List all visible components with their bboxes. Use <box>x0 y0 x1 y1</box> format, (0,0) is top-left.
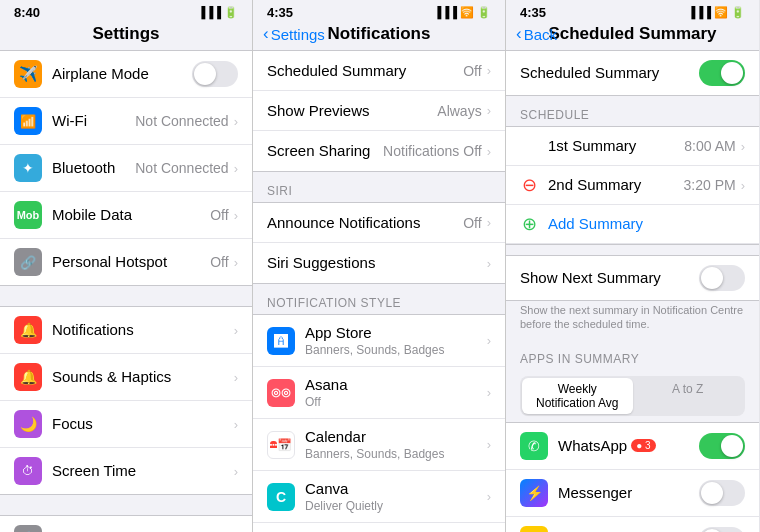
siri-suggestions-item[interactable]: Siri Suggestions › <box>253 243 505 283</box>
focus-icon: 🌙 <box>14 410 42 438</box>
back-chevron-icon: ‹ <box>263 24 269 44</box>
bluetooth-icon: ✦ <box>14 154 42 182</box>
hotspot-item[interactable]: 🔗 Personal Hotspot Off › <box>0 239 252 285</box>
first-summary-row[interactable]: 1st Summary 8:00 AM › <box>506 127 759 166</box>
canva-subtitle: Deliver Quietly <box>305 499 485 513</box>
settings-nav: Settings <box>0 22 252 50</box>
remove-summary-icon[interactable]: ⊖ <box>520 176 538 194</box>
sounds-label: Sounds & Haptics <box>52 368 232 386</box>
airplane-label: Airplane Mode <box>52 65 192 83</box>
time-3: 4:35 <box>520 5 546 20</box>
sounds-chevron: › <box>234 370 238 385</box>
scheduled-summary-toggle-item[interactable]: Scheduled Summary <box>506 51 759 95</box>
notifications-icon: 🔔 <box>14 316 42 344</box>
scheduled-summary-toggle[interactable] <box>699 60 745 86</box>
add-summary-row[interactable]: ⊕ Add Summary <box>506 205 759 244</box>
wifi-item[interactable]: 📶 Wi-Fi Not Connected › <box>0 98 252 145</box>
signal-icon-2: ▐▐▐ <box>434 6 457 18</box>
scheduled-summary-chevron: › <box>487 63 491 78</box>
show-previews-value: Always <box>437 103 481 119</box>
settings-group-1: ✈️ Airplane Mode 📶 Wi-Fi Not Connected ›… <box>0 50 252 286</box>
show-next-item[interactable]: Show Next Summary <box>506 256 759 300</box>
canva-icon: C <box>267 483 295 511</box>
wifi-chevron: › <box>234 114 238 129</box>
settings-group-3: ⚙️ General › ⊞ Control Centre › AA <box>0 515 252 532</box>
hotspot-label: Personal Hotspot <box>52 253 210 271</box>
summary-list[interactable]: Scheduled Summary SCHEDULE 1st Summary 8… <box>506 50 759 532</box>
wifi-status-icon: 🛜 <box>460 6 474 19</box>
hotspot-value: Off <box>210 254 228 270</box>
general-item[interactable]: ⚙️ General › <box>0 516 252 532</box>
add-summary-icon[interactable]: ⊕ <box>520 215 538 233</box>
focus-item[interactable]: 🌙 Focus › <box>0 401 252 448</box>
status-bar-1: 8:40 ▐▐▐ 🔋 <box>0 0 252 22</box>
bluetooth-item[interactable]: ✦ Bluetooth Not Connected › <box>0 145 252 192</box>
siri-header: SIRI <box>253 172 505 202</box>
announce-notif-value: Off <box>463 215 481 231</box>
asana-notif-item[interactable]: ◎◎ Asana Off › <box>253 367 505 419</box>
whatsapp-toggle[interactable] <box>699 433 745 459</box>
first-summary-time: 8:00 AM <box>684 138 735 154</box>
schedule-header: SCHEDULE <box>506 96 759 126</box>
notifications-title: Notifications <box>328 24 431 43</box>
announce-notif-label: Announce Notifications <box>267 214 463 232</box>
screen-time-chevron: › <box>234 464 238 479</box>
wifi-status-icon-3: 🛜 <box>714 6 728 19</box>
whatsapp-item[interactable]: ✆ WhatsApp ● 3 <box>506 423 759 470</box>
tips-icon: 💡 <box>520 526 548 532</box>
summary-back[interactable]: ‹ Back <box>516 24 557 44</box>
calendar-notif-item[interactable]: ▪▪▪ 📅 Calendar Banners, Sounds, Badges › <box>253 419 505 471</box>
announce-notif-chevron: › <box>487 215 491 230</box>
screen-time-icon: ⏱ <box>14 457 42 485</box>
notifications-item[interactable]: 🔔 Notifications › <box>0 307 252 354</box>
second-summary-chevron: › <box>741 178 745 193</box>
mobile-data-icon: Mob <box>14 201 42 229</box>
notifications-nav: ‹ Settings Notifications <box>253 22 505 50</box>
siri-suggestions-chevron: › <box>487 256 491 271</box>
tips-toggle[interactable] <box>699 527 745 532</box>
scheduled-summary-label: Scheduled Summary <box>267 62 463 80</box>
mobile-data-item[interactable]: Mob Mobile Data Off › <box>0 192 252 239</box>
summary-nav: ‹ Back Scheduled Summary <box>506 22 759 50</box>
notifications-label: Notifications <box>52 321 232 339</box>
first-summary-label: 1st Summary <box>548 137 684 155</box>
whatsapp-label: WhatsApp <box>558 437 627 455</box>
hotspot-chevron: › <box>234 255 238 270</box>
discord-notif-item[interactable]: 🎮 Discord Off › <box>253 523 505 532</box>
screen-time-item[interactable]: ⏱ Screen Time › <box>0 448 252 494</box>
messenger-item[interactable]: ⚡ Messenger <box>506 470 759 517</box>
tab-weekly[interactable]: Weekly Notification Avg <box>522 378 633 414</box>
settings-list[interactable]: ✈️ Airplane Mode 📶 Wi-Fi Not Connected ›… <box>0 50 252 532</box>
calendar-subtitle: Banners, Sounds, Badges <box>305 447 485 461</box>
status-bar-2: 4:35 ▐▐▐ 🛜 🔋 <box>253 0 505 22</box>
airplane-mode-item[interactable]: ✈️ Airplane Mode <box>0 51 252 98</box>
messenger-toggle[interactable] <box>699 480 745 506</box>
appstore-notif-item[interactable]: 🅰 App Store Banners, Sounds, Badges › <box>253 315 505 367</box>
battery-icon-2: 🔋 <box>477 6 491 19</box>
time-2: 4:35 <box>267 5 293 20</box>
calendar-icon: ▪▪▪ 📅 <box>267 431 295 459</box>
asana-subtitle: Off <box>305 395 485 409</box>
second-summary-time: 3:20 PM <box>684 177 736 193</box>
announce-notif-item[interactable]: Announce Notifications Off › <box>253 203 505 243</box>
second-summary-row[interactable]: ⊖ 2nd Summary 3:20 PM › <box>506 166 759 205</box>
show-next-toggle[interactable] <box>699 265 745 291</box>
appstore-label: App Store <box>305 324 485 342</box>
status-bar-3: 4:35 ▐▐▐ 🛜 🔋 <box>506 0 759 22</box>
tab-atoz[interactable]: A to Z <box>633 378 744 414</box>
tips-item[interactable]: 💡 Tips ● 1 <box>506 517 759 532</box>
wifi-label: Wi-Fi <box>52 112 135 130</box>
airplane-toggle[interactable] <box>192 61 238 87</box>
show-next-description: Show the next summary in Notification Ce… <box>506 301 759 340</box>
calendar-label: Calendar <box>305 428 485 446</box>
screen-sharing-value: Notifications Off <box>383 143 482 159</box>
add-summary-label: Add Summary <box>548 215 745 233</box>
notifications-back[interactable]: ‹ Settings <box>263 24 325 44</box>
screen-sharing-item[interactable]: Screen Sharing Notifications Off › <box>253 131 505 171</box>
notifications-list[interactable]: Scheduled Summary Off › Show Previews Al… <box>253 50 505 532</box>
summary-title: Scheduled Summary <box>548 24 716 43</box>
sounds-item[interactable]: 🔔 Sounds & Haptics › <box>0 354 252 401</box>
show-previews-item[interactable]: Show Previews Always › <box>253 91 505 131</box>
scheduled-summary-item[interactable]: Scheduled Summary Off › <box>253 51 505 91</box>
canva-notif-item[interactable]: C Canva Deliver Quietly › <box>253 471 505 523</box>
